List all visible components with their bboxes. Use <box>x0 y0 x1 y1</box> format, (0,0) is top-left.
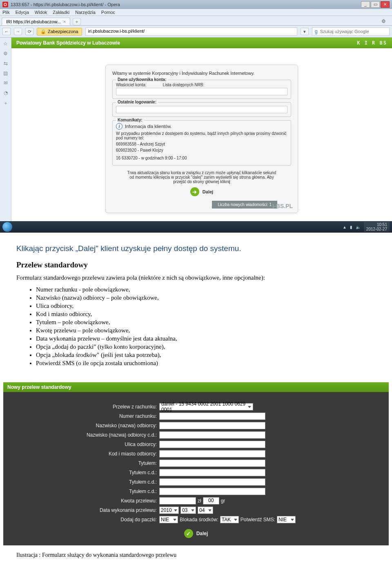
menu-zakladki[interactable]: Zakładki <box>53 10 69 15</box>
kwota-gr-input[interactable]: 00 <box>203 497 219 504</box>
doc-heading-2: Przelew standardowy <box>16 260 376 269</box>
note-icon[interactable]: ▤ <box>3 70 8 76</box>
start-orb-icon[interactable] <box>2 222 12 232</box>
fieldset-user-legend: Dane użytkownika konta: <box>116 77 168 82</box>
msg-line-2: 669983558 - Andrzej Szpyt <box>116 142 287 146</box>
minimize-button[interactable]: _ <box>361 1 370 8</box>
illustration-caption: Ilustracja : Formularz służący do wykona… <box>0 550 392 567</box>
potw-select[interactable]: NIE <box>277 516 296 523</box>
nazwisko-input[interactable] <box>159 422 265 429</box>
tab-row: IRI https://iri.pbslubaczow... × ＋ ⚙ <box>0 16 392 26</box>
label-numer: Numer rachunku: <box>82 413 159 419</box>
sidebar-strip: ☆ ⚙ ⇆ ▤ ✉ ◔ ＋ <box>0 38 11 221</box>
security-pill[interactable]: 🔒 Zabezpieczona <box>37 28 82 36</box>
dodaj-select[interactable]: NIE <box>159 516 178 523</box>
addr-dropdown-button[interactable]: ▾ <box>301 28 309 35</box>
label-przelew-z: Przelew z rachunku: <box>82 404 159 410</box>
fieldset-user-data: Dane użytkownika konta: Właściciel konta… <box>112 80 291 99</box>
bank-logos: K I R BS <box>357 40 387 46</box>
chevron-down-icon <box>173 519 176 521</box>
check-icon: ✓ <box>184 529 193 538</box>
new-tab-button[interactable]: ＋ <box>73 18 81 25</box>
menu-edycja[interactable]: Edycja <box>16 10 29 15</box>
gear-icon[interactable]: ⚙ <box>3 51 8 56</box>
close-button[interactable]: ✕ <box>381 1 390 8</box>
chevron-down-icon <box>208 509 212 511</box>
fieldset-last-login: Ostatnie logowanie: <box>112 102 291 117</box>
search-box[interactable]: g Szukaj używając Google <box>312 27 390 36</box>
settings-icon[interactable]: ⚙ <box>381 18 388 25</box>
kod-input[interactable] <box>159 450 265 457</box>
menu-narzedzia[interactable]: Narzędzia <box>75 10 96 15</box>
address-bar[interactable]: iri.pbslubaczow.i-bs.pl/klient/ <box>85 27 297 36</box>
msg-line-3: 609823920 - Paweł Klojzy <box>116 148 287 152</box>
tytul-cd1-input[interactable] <box>159 469 265 476</box>
window-titlebar: O 1333:657 - https://iri.pbslubaczow.i-b… <box>0 0 392 9</box>
label-kwota: Kwota przelewu: <box>82 498 159 504</box>
login-blank <box>116 106 287 113</box>
back-button[interactable]: ← <box>2 28 11 35</box>
tray-sound-icon[interactable]: 🔈 <box>356 225 361 229</box>
label-data: Data wykonania przelewu: <box>82 507 159 513</box>
clock[interactable]: 10:51 2012-02-27 <box>364 222 390 232</box>
nazwisko-cd-input[interactable] <box>159 431 265 439</box>
bank-header: Powiatowy Bank Spółdzielczy w Lubaczowie… <box>11 38 392 48</box>
form-dalej-button[interactable]: ✓ Dalej <box>184 529 208 538</box>
account-select[interactable]: daniel - 15 9434 0002 2001 1000 0629 000… <box>159 403 253 410</box>
user-data-blank <box>116 88 287 95</box>
form-header: Nowy przelew standardowy <box>3 382 389 392</box>
dalej-button[interactable]: ➔ Dalej <box>190 187 213 196</box>
owner-label: Właściciel konta: <box>116 83 146 87</box>
numer-input[interactable] <box>159 413 265 420</box>
dalej-label: Dalej <box>203 189 213 194</box>
ulica-input[interactable] <box>159 441 265 448</box>
tytul-cd2-input[interactable] <box>159 478 265 486</box>
chat-icon[interactable]: ✉ <box>4 80 8 86</box>
ibs-logo: I-BS.PL <box>272 203 293 209</box>
label-blokada: Blokada środków: <box>180 517 218 522</box>
dialog-intro: Witamy w systemie Korporacyjny i Indywid… <box>112 71 291 76</box>
menu-widok[interactable]: Widok <box>35 10 47 15</box>
reload-button[interactable]: ⟳ <box>25 28 33 35</box>
list-item: Kwotę przelewu – pole obowiązkowe, <box>36 327 376 334</box>
blokada-select[interactable]: TAK <box>220 516 239 523</box>
tab-close-icon[interactable]: × <box>63 19 66 24</box>
plus-icon[interactable]: ＋ <box>3 100 8 107</box>
bank-title: Powiatowy Bank Spółdzielczy w Lubaczowie <box>16 40 120 46</box>
clock-time: 10:51 <box>366 222 387 227</box>
new-messages-bar[interactable]: Liczba nowych wiadomości: 1 <box>212 201 277 209</box>
list-item: Data wykonania przelewu – domyślnie jest… <box>36 335 376 342</box>
doc-bullet-list: Numer rachunku - pole obowiązkowe, Nazwi… <box>16 286 376 367</box>
kwota-zl-input[interactable] <box>159 497 196 504</box>
clients-info: Informacja dla klientów. <box>125 124 172 129</box>
lock-icon: 🔒 <box>40 29 46 34</box>
account-select-value: daniel - 15 9434 0002 2001 1000 0629 000… <box>161 401 248 413</box>
label-kod: Kod i miasto odbiorcy: <box>82 451 159 457</box>
doc-paragraph: Formularz standardowego przelewu zawiera… <box>16 274 376 281</box>
tytul-cd3-input[interactable] <box>159 488 265 495</box>
month-select[interactable]: 03 <box>180 507 196 514</box>
list-item: Nazwisko (nazwa) odbiorcy – pole obowiąz… <box>36 294 376 301</box>
list-item: Kod i miasto odbiorcy, <box>36 311 376 318</box>
forward-button[interactable]: → <box>14 28 22 35</box>
menu-pomoc[interactable]: Pomoc <box>101 10 115 15</box>
opera-icon: O <box>2 2 8 7</box>
arrows-icon[interactable]: ⇆ <box>4 61 8 66</box>
document-body: Klikając przycisk „Dalej" klient uzyskuj… <box>0 233 392 382</box>
star-icon[interactable]: ☆ <box>3 41 8 47</box>
tytul-input[interactable] <box>159 460 265 467</box>
taskbar: ▲ ▮ 🔈 10:51 2012-02-27 <box>0 221 392 233</box>
clock-icon[interactable]: ◔ <box>4 90 8 96</box>
menu-plik[interactable]: Plik <box>2 10 10 15</box>
tray-flag-icon[interactable]: ▲ <box>343 225 347 229</box>
label-ulica: Ulica odbiorcy: <box>82 442 159 447</box>
chevron-down-icon <box>174 509 177 511</box>
year-select[interactable]: 2010 <box>159 507 179 514</box>
form-dalej-label: Dalej <box>196 531 208 536</box>
tray-network-icon[interactable]: ▮ <box>350 225 352 229</box>
info-icon: i <box>116 123 122 130</box>
gr-label: gr <box>221 498 225 504</box>
maximize-button[interactable]: ▭ <box>371 1 380 8</box>
browser-tab[interactable]: IRI https://iri.pbslubaczow... × <box>2 18 70 25</box>
day-select[interactable]: 04 <box>198 507 213 514</box>
